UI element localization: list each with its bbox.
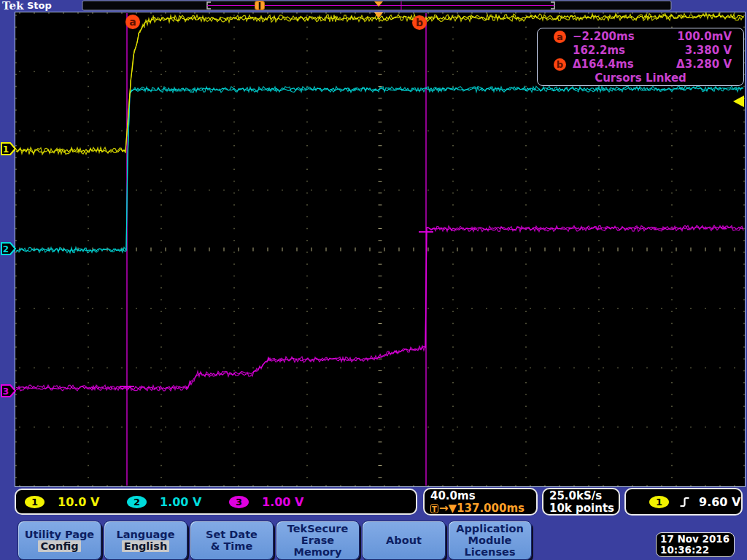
svg-text:2: 2 <box>3 244 9 254</box>
menu-button-setdate-time[interactable]: Set Date& Time <box>190 521 274 560</box>
channel-scale-readout: 110.0 V21.00 V31.00 V <box>15 489 417 515</box>
channel-2-scale-value: 1.00 V <box>160 495 201 509</box>
channel-1-scale[interactable]: 110.0 V <box>25 495 127 509</box>
record-length-value: 10k points <box>549 502 619 515</box>
menu-button-teksecure-erase-memory[interactable]: TekSecureEraseMemory <box>276 521 360 560</box>
menu-button-label: TekSecure <box>287 523 349 534</box>
cursor-readout-row: 162.2ms3.380 V <box>538 44 743 58</box>
menu-button-label: Language <box>116 529 174 540</box>
delay-arrows-icon: →▼ <box>439 502 457 515</box>
channel-1-scale-value: 10.0 V <box>58 495 99 509</box>
channel-3-ground-marker[interactable]: 3 <box>1 384 16 397</box>
trigger-t-icon: T <box>430 504 438 513</box>
oscilloscope-screen: { "header": { "logo": "Tek", "status": "… <box>0 0 747 560</box>
menu-button-label: & Time <box>211 540 253 552</box>
channel-3-badge: 3 <box>229 496 249 508</box>
date-value: 17 Nov 2016 <box>660 534 734 545</box>
cursor-time-value: Δ164.4ms <box>573 58 660 71</box>
cursor-link-status: Cursors Linked <box>538 71 743 85</box>
channel-2-scale[interactable]: 21.00 V <box>127 495 229 509</box>
svg-text:1: 1 <box>3 144 9 155</box>
sample-rate-value: 25.0kS/s <box>549 490 619 502</box>
cursor-a-badge-label: a <box>129 16 136 28</box>
cursor-time-value: 162.2ms <box>573 44 660 58</box>
trigger-delay-readout: T→▼137.000ms <box>430 502 536 515</box>
cursor-volt-value: 3.380 V <box>660 44 743 58</box>
menu-button-application-module-licenses[interactable]: ApplicationModuleLicenses <box>448 521 532 560</box>
cursor-readout-row: a−2.200ms100.0mV <box>538 30 743 44</box>
menu-button-about[interactable]: About <box>362 521 446 560</box>
record-view-bar[interactable] <box>0 0 747 12</box>
trigger-delay-value: 137.000ms <box>457 502 525 515</box>
cursor-volt-value: 100.0mV <box>660 30 743 44</box>
timebase-value: 40.0ms <box>430 490 536 502</box>
menu-button-utilitypage[interactable]: Utility PageConfig <box>18 521 101 560</box>
cursor-a-readout-badge: a <box>554 31 566 43</box>
menu-button-value: Config <box>38 540 80 552</box>
cursor-b-badge-label: b <box>416 17 423 28</box>
cursor-b-readout-badge: b <box>554 58 566 71</box>
menu-button-label: Utility Page <box>25 529 94 540</box>
acquisition-readout: 25.0kS/s 10k points <box>542 488 620 516</box>
trigger-source-badge: 1 <box>649 496 669 508</box>
vertical-cursors[interactable] <box>120 13 433 486</box>
channel-3-scale[interactable]: 31.00 V <box>229 495 331 509</box>
menu-button-label: Erase <box>301 534 334 546</box>
cursor-time-value: −2.200ms <box>573 30 660 44</box>
menu-button-label: Licenses <box>464 546 515 558</box>
horizontal-readout: 40.0ms T→▼137.000ms <box>423 488 538 516</box>
trigger-level-value: 9.60 V <box>699 495 740 509</box>
channel-1-badge: 1 <box>25 496 44 508</box>
menu-button-label: Module <box>468 534 512 546</box>
menu-button-value: English <box>122 540 170 552</box>
cursor-volt-value: Δ3.280 V <box>660 58 743 71</box>
svg-text:3: 3 <box>3 386 9 397</box>
rising-edge-icon <box>679 496 690 508</box>
channel-1-ground-marker[interactable]: 1 <box>1 142 16 155</box>
cursor-readout-row: bΔ164.4msΔ3.280 V <box>538 58 743 71</box>
channel-2-ground-marker[interactable]: 2 <box>1 242 16 255</box>
menu-button-label: Memory <box>294 546 342 558</box>
menu-button-language[interactable]: LanguageEnglish <box>104 521 187 560</box>
cursor-readout-box: a−2.200ms100.0mV162.2ms3.380 VbΔ164.4msΔ… <box>537 28 744 86</box>
menu-button-label: Application <box>456 523 524 534</box>
datetime-box: 17 Nov 2016 10:36:22 <box>656 532 735 557</box>
channel-3-scale-value: 1.00 V <box>262 495 303 509</box>
menu-button-label: Set Date <box>206 529 258 540</box>
menu-button-label: About <box>386 534 422 546</box>
header-bar: Tek Stop <box>0 0 747 12</box>
trigger-level-arrow-icon[interactable] <box>733 96 744 107</box>
time-value: 10:36:22 <box>660 545 734 556</box>
trigger-readout: 1 9.60 V <box>624 488 743 516</box>
channel-2-badge: 2 <box>127 496 147 508</box>
trace-ch3 <box>16 225 743 391</box>
